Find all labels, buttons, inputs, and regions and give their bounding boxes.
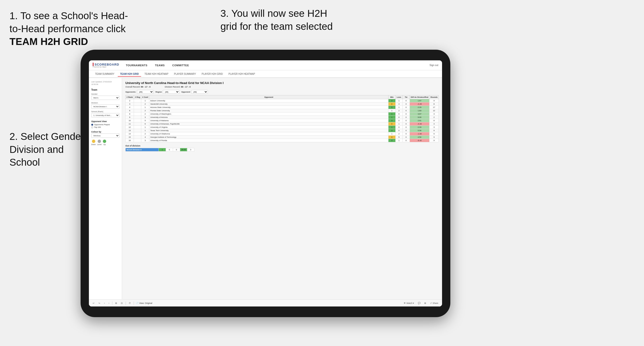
tablet-screen: SCOREBOARD Powered by clippd TOURNAMENTS… <box>89 60 442 307</box>
col-header-win: Win <box>388 95 395 99</box>
cell-win: 1 <box>388 112 395 116</box>
nav-tournaments[interactable]: TOURNAMENTS <box>125 63 148 67</box>
toolbar-forward[interactable]: › <box>108 302 110 305</box>
cell-loss: 2 <box>395 132 402 136</box>
cell-tie: 0 <box>402 122 410 126</box>
table-row: 16 3 University of Florida 3 1 0 -6.42 9 <box>126 139 439 142</box>
cell-opponent: University of Oklahoma <box>149 132 388 136</box>
cell-reg <box>134 122 141 126</box>
cell-conf: 6 <box>141 122 149 126</box>
opponent-filter-label: Opponent <box>181 91 190 93</box>
cell-tie: 0 <box>402 136 410 139</box>
out-div-loss: 0 <box>166 148 173 152</box>
region-filter-select[interactable]: (All) <box>163 90 180 94</box>
radio-top-100[interactable]: Top 100 <box>91 126 120 128</box>
legend-down-dot <box>92 140 95 143</box>
table-row: 6 2 Florida State University 1 2 0 1.83 … <box>126 109 439 112</box>
cell-reg <box>134 132 141 136</box>
toolbar-watch[interactable]: 👁 Watch ▾ <box>403 302 415 305</box>
school-select[interactable]: 1. University of Nort... <box>91 113 120 117</box>
annotation-2: 2. Select Gender, Division and School <box>10 130 86 169</box>
cell-opponent: Arizona State University <box>149 106 388 109</box>
cell-win: 1 <box>388 109 395 112</box>
gender-select[interactable]: Men's Women's <box>91 96 120 100</box>
toolbar-sep3 <box>134 302 134 305</box>
toolbar-comment[interactable]: 💬 <box>417 302 422 305</box>
cell-loss: 1 <box>395 106 402 109</box>
cell-conf: 3 <box>141 116 149 119</box>
opponents-filter: Opponents: (All) <box>126 90 154 94</box>
toolbar-paste[interactable]: ⊡ <box>120 302 124 305</box>
toolbar-copy[interactable]: ⊞ <box>114 302 118 305</box>
ann3-line2: grid for the team selected <box>220 21 333 32</box>
cell-conf: 1 <box>141 106 149 109</box>
table-row: 2 1 Auburn University 2 1 0 1.67 9 <box>126 99 439 102</box>
tab-team-summary[interactable]: TEAM SUMMARY <box>93 72 117 77</box>
cell-rounds: 3 <box>430 122 439 126</box>
nav-teams[interactable]: TEAMS <box>154 63 166 67</box>
tab-player-summary[interactable]: PLAYER SUMMARY <box>172 72 198 77</box>
record-row: Overall Record: 89 - 17 - 0 Division Rec… <box>126 86 439 88</box>
radio-top100-circle <box>91 126 93 128</box>
toolbar-share[interactable]: ↗ Share <box>429 302 439 305</box>
cell-loss: 0 <box>395 112 402 116</box>
out-div-win: 1 <box>159 148 166 152</box>
table-row: 4 1 Arizona State University 5 1 0 2.29 … <box>126 106 439 109</box>
cell-opponent: Florida State University <box>149 109 388 112</box>
radio-played-circle <box>91 124 93 126</box>
cell-opponent: Auburn University <box>149 99 388 102</box>
cell-tie: 0 <box>402 116 410 119</box>
toolbar-back[interactable]: ‹ <box>103 302 106 305</box>
tab-player-h2h-grid[interactable]: PLAYER H2H GRID <box>199 72 225 77</box>
cell-win: 1 <box>388 132 395 136</box>
col-header-rank: # Rank <box>126 95 134 99</box>
col-header-tie: Tie <box>402 95 410 99</box>
sign-out-button[interactable]: Sign out <box>430 64 438 66</box>
toolbar-grid[interactable]: ⊞ <box>423 302 427 305</box>
toolbar-sep2 <box>126 302 126 305</box>
school-label: School (Rank) <box>91 111 120 113</box>
cell-rounds: 17 <box>430 106 439 109</box>
cell-tie: 0 <box>402 139 410 142</box>
toolbar-clock[interactable]: ⏱ <box>128 302 132 305</box>
cell-rank: 2 <box>126 99 134 102</box>
cell-conf: 5 <box>141 119 149 122</box>
nav-committee[interactable]: COMMITTEE <box>171 63 190 67</box>
annotation-3: 3. You will now see H2H grid for the tea… <box>220 7 333 33</box>
cell-conf: 1 <box>141 126 149 129</box>
opponents-filter-select[interactable]: (All) <box>137 90 154 94</box>
radio-opponents-played[interactable]: Opponents Played <box>91 124 120 126</box>
cell-tie: 0 <box>402 109 410 112</box>
tablet-frame: SCOREBOARD Powered by clippd TOURNAMENTS… <box>80 50 450 317</box>
cell-tie: 0 <box>402 119 410 122</box>
toolbar: ↩ ↪ ‹ › ⊞ ⊡ ⏱ 📄 View: Original 👁 Watch ▾… <box>89 299 442 307</box>
opponent-filter-select[interactable]: (All) <box>191 90 208 94</box>
tab-player-h2h-heatmap[interactable]: PLAYER H2H HEATMAP <box>226 72 258 77</box>
region-filter-label: Region <box>156 91 162 93</box>
app-header: SCOREBOARD Powered by clippd TOURNAMENTS… <box>89 60 442 70</box>
filter-row: Opponents: (All) Region (All) Opponent <box>126 90 439 94</box>
cell-loss: 0 <box>395 119 402 122</box>
toolbar-undo[interactable]: ↩ <box>92 302 96 305</box>
toolbar-view-label: 📄 View: Original <box>136 302 152 304</box>
cell-loss: 1 <box>395 99 402 102</box>
cell-conf: 1 <box>141 129 149 132</box>
tab-team-h2h-heatmap[interactable]: TEAM H2H HEATMAP <box>142 72 171 77</box>
opponent-view-group: Opponents Played Top 100 <box>91 124 120 128</box>
h2h-table: # Rank # Reg # Conf Opponent Win Loss Ti… <box>126 95 439 142</box>
cell-tie: 0 <box>402 102 410 106</box>
toolbar-redo[interactable]: ↪ <box>98 302 101 305</box>
cell-diff: 3.67 <box>410 112 430 116</box>
logo-sub: Powered by clippd <box>93 66 119 68</box>
cell-diff: 5.56 <box>410 129 430 132</box>
cell-rank: 3 <box>126 102 134 106</box>
cell-rounds: 12 <box>430 109 439 112</box>
division-select[interactable]: NCAA Division I NCAA Division II NCAA Di… <box>91 104 120 109</box>
cell-rank: 6 <box>126 109 134 112</box>
colour-by-select[interactable]: Win/loss <box>91 134 120 138</box>
col-header-opponent: Opponent <box>149 95 388 99</box>
cell-loss: 0 <box>395 126 402 129</box>
cell-rounds: 3 <box>430 112 439 116</box>
cell-rounds: 9 <box>430 132 439 136</box>
tab-team-h2h-grid[interactable]: TEAM H2H GRID <box>118 72 141 77</box>
